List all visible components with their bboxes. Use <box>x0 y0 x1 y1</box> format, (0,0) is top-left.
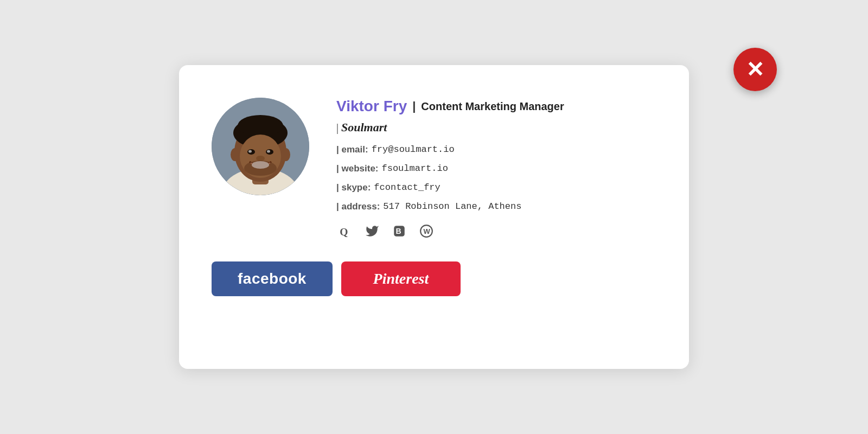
company-name: Soulmart <box>341 120 387 134</box>
profile-card: Viktor Fry | Content Marketing Manager |… <box>179 65 689 369</box>
info-section: Viktor Fry | Content Marketing Manager |… <box>336 98 651 240</box>
address-value: 517 Robinson Lane, Athens <box>383 199 521 215</box>
avatar-image <box>212 98 309 195</box>
skype-value: fcontact_fry <box>374 180 440 196</box>
svg-point-16 <box>282 148 290 161</box>
facebook-button[interactable]: facebook <box>212 261 333 296</box>
twitter-icon[interactable] <box>363 222 381 240</box>
wordpress-icon[interactable]: W <box>418 222 435 240</box>
company-line: | Soulmart <box>336 120 651 135</box>
close-icon: ✕ <box>746 59 764 80</box>
svg-point-6 <box>238 115 283 137</box>
name-line: Viktor Fry | Content Marketing Manager <box>336 98 651 115</box>
email-label: | email: <box>336 142 368 158</box>
avatar <box>212 98 309 195</box>
email-row: | email: fry@soulmart.io <box>336 142 651 158</box>
svg-point-11 <box>267 150 270 153</box>
name-pipe: | <box>412 99 416 113</box>
blogger-icon[interactable]: B <box>391 222 408 240</box>
svg-text:W: W <box>424 227 431 235</box>
svg-text:B: B <box>396 227 401 235</box>
address-row: | address: 517 Robinson Lane, Athens <box>336 199 651 215</box>
person-name: Viktor Fry <box>336 98 407 115</box>
avatar-wrapper <box>212 98 309 195</box>
svg-point-14 <box>256 156 265 161</box>
quora-icon[interactable]: Q <box>336 222 354 240</box>
email-value: fry@soulmart.io <box>372 142 455 158</box>
website-label: | website: <box>336 161 379 177</box>
pinterest-button[interactable]: Pinterest <box>341 261 461 296</box>
page-background: ✕ <box>0 0 868 434</box>
address-label: | address: <box>336 199 380 215</box>
svg-text:Q: Q <box>340 226 348 237</box>
svg-point-10 <box>248 150 252 153</box>
svg-point-13 <box>244 161 277 176</box>
card-top-section: Viktor Fry | Content Marketing Manager |… <box>212 98 651 240</box>
svg-point-15 <box>231 148 239 161</box>
website-row: | website: fsoulmart.io <box>336 161 651 177</box>
website-value: fsoulmart.io <box>382 161 448 177</box>
social-icons-row: Q B <box>336 222 651 240</box>
person-title: Content Marketing Manager <box>421 100 564 113</box>
card-bottom-section: facebook Pinterest <box>212 261 651 296</box>
skype-row: | skype: fcontact_fry <box>336 180 651 196</box>
company-pipe: | <box>336 122 341 133</box>
close-button[interactable]: ✕ <box>733 48 777 91</box>
skype-label: | skype: <box>336 180 371 196</box>
